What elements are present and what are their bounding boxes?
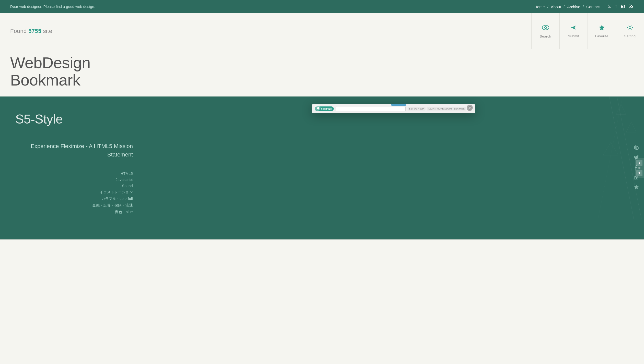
search-label: Search — [540, 34, 551, 38]
tag-javascript[interactable]: Javascript — [116, 178, 133, 182]
main-content: S5-Style Experience Fleximize - A HTML5 … — [0, 96, 644, 239]
header-section: Found 5755 site Search Submit — [0, 13, 644, 49]
found-text: Found 5755 site — [10, 28, 52, 34]
found-count: 5755 — [28, 28, 41, 34]
setting-icon — [627, 24, 633, 33]
header-left: Found 5755 site — [0, 13, 531, 49]
hero-section: WebDesign Bookmark — [0, 49, 644, 96]
favorite-icon — [599, 24, 605, 33]
top-bar: Dear web designer, Please find a good we… — [0, 0, 644, 13]
found-prefix: Found — [10, 28, 28, 34]
svg-point-0 — [629, 7, 630, 8]
style-label: S5-Style — [15, 112, 138, 127]
nav-down-btn[interactable]: ▼ — [636, 170, 642, 176]
nav-about[interactable]: About — [548, 5, 564, 9]
header-tools: Search Submit Favorite — [531, 13, 644, 49]
svg-point-5 — [629, 27, 631, 29]
search-eye-icon — [542, 24, 549, 33]
site-title: Experience Fleximize - A HTML5 Mission S… — [15, 142, 138, 159]
nav-home[interactable]: Home — [532, 5, 547, 9]
tag-illustration[interactable]: イラストレーション — [100, 190, 133, 195]
browser-help-btn[interactable]: LET US HELP — [408, 107, 425, 111]
facebook-icon[interactable]: f — [615, 4, 617, 9]
edge-nav: ▲ ▼ — [635, 158, 644, 178]
tag-colorful[interactable]: カラフル - colorfull — [101, 197, 133, 201]
tags-list: HTML5 Javascript Sound イラストレーション カラフル - … — [15, 172, 138, 214]
rss-icon[interactable] — [629, 4, 634, 10]
twitter-icon[interactable]: 𝕏 — [607, 4, 611, 9]
submit-label: Submit — [568, 34, 579, 38]
footer-section — [0, 239, 644, 252]
tag-sound[interactable]: Sound — [122, 184, 133, 188]
tag-finance[interactable]: 金融・証券・保険・流通 — [92, 203, 133, 208]
tag-html5[interactable]: HTML5 — [121, 172, 133, 176]
browser-buttons: LET US HELP LEARN MORE ABOUT FLEXIMIZE ⊕ — [408, 106, 472, 111]
podium — [391, 104, 406, 106]
left-panel: S5-Style Experience Fleximize - A HTML5 … — [0, 96, 148, 239]
nav-dot — [638, 167, 640, 169]
nav-up-btn[interactable]: ▲ — [636, 160, 642, 166]
top-nav: Home / About / Archive / Contact 𝕏 f B! — [532, 4, 634, 10]
star-side-icon[interactable] — [634, 185, 639, 191]
nav-archive[interactable]: Archive — [565, 5, 583, 9]
podium-base — [391, 104, 406, 106]
right-panel: fleximize LET US HELP LEARN MORE ABOUT F… — [148, 96, 644, 239]
tool-setting[interactable]: Setting — [616, 13, 644, 49]
submit-icon — [570, 24, 577, 33]
nav-contact[interactable]: Contact — [584, 5, 602, 9]
hero-title: WebDesign Bookmark — [10, 54, 634, 89]
browser-address-bar — [336, 106, 406, 111]
found-suffix: site — [41, 28, 52, 34]
hatena-icon[interactable]: B! — [621, 4, 625, 9]
browser-learn-btn[interactable]: LEARN MORE ABOUT FLEXIMIZE — [427, 107, 466, 111]
tool-submit[interactable]: Submit — [560, 13, 588, 49]
top-bar-tagline: Dear web designer, Please find a good we… — [10, 5, 95, 9]
setting-label: Setting — [624, 34, 636, 38]
hero-title-line2: Bookmark — [10, 71, 634, 89]
favorite-label: Favorite — [595, 34, 608, 38]
hero-title-line1: WebDesign — [10, 54, 634, 71]
tool-favorite[interactable]: Favorite — [588, 13, 616, 49]
svg-marker-67 — [634, 185, 639, 189]
screenshot-container: fleximize LET US HELP LEARN MORE ABOUT F… — [312, 104, 475, 113]
tool-search[interactable]: Search — [532, 13, 560, 49]
pinterest-icon[interactable] — [634, 145, 639, 151]
svg-point-3 — [545, 27, 546, 28]
svg-marker-4 — [599, 25, 605, 30]
social-icons: 𝕏 f B! — [607, 4, 634, 10]
browser-logo-text: fleximize — [321, 107, 332, 110]
tag-blue[interactable]: 青色 - blue — [115, 210, 133, 214]
